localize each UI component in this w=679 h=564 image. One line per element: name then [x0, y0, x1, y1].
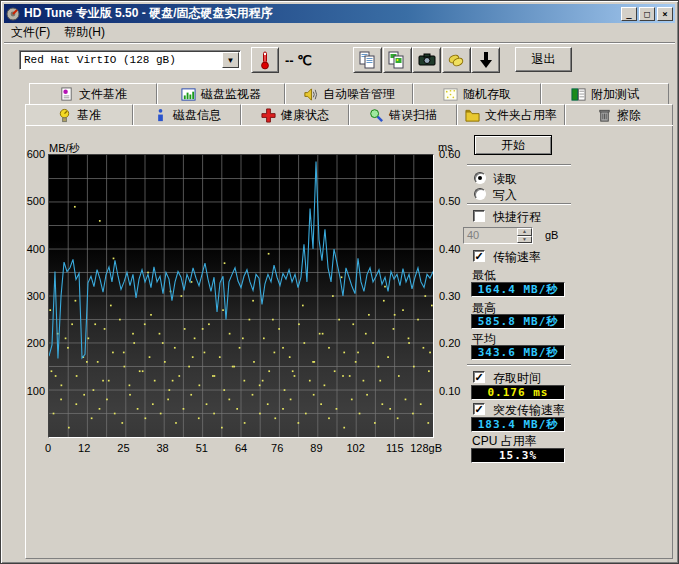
random-access-icon	[443, 87, 458, 102]
camera-icon	[417, 50, 437, 70]
erase-icon	[597, 108, 612, 123]
divider	[467, 164, 571, 166]
copy-text-button[interactable]	[353, 47, 382, 73]
chevron-down-icon[interactable]: ▼	[222, 52, 239, 68]
save-results-button[interactable]	[471, 47, 500, 73]
min-value: 164.4 MB/秒	[471, 282, 565, 297]
access-time-checkbox[interactable]: ✓	[473, 371, 485, 383]
tab-label: 错误扫描	[389, 107, 437, 124]
write-radio[interactable]	[474, 188, 486, 200]
start-button[interactable]: 开始	[474, 135, 552, 155]
screenshot-button[interactable]	[412, 47, 441, 73]
drive-select[interactable]: Red Hat VirtIO (128 gB) ▼	[19, 50, 241, 70]
tab-健康状态[interactable]: 健康状态	[241, 104, 349, 125]
y-left-tick: 300	[15, 290, 45, 302]
x-tick: 102	[334, 442, 378, 454]
y-left-tick: 500	[15, 195, 45, 207]
extra-tests-icon	[571, 87, 586, 102]
stepper-up-icon[interactable]: ▲	[517, 228, 532, 236]
tab-文件夹占用率[interactable]: 文件夹占用率	[457, 104, 565, 125]
tab-row-secondary: 文件基准磁盘监视器自动噪音管理随机存取附加测试	[29, 83, 669, 104]
disk-monitor-icon	[181, 87, 196, 102]
tab-擦除[interactable]: 擦除	[565, 104, 673, 125]
read-radio[interactable]	[474, 172, 486, 184]
stepper-down-icon[interactable]: ▼	[517, 236, 532, 244]
tab-label: 附加测试	[591, 86, 639, 103]
tab-row-primary: 基准磁盘信息健康状态错误扫描文件夹占用率擦除	[25, 104, 673, 126]
benchmark-chart	[48, 154, 434, 438]
temperature-button[interactable]	[251, 47, 279, 73]
file-benchmark-icon	[59, 87, 74, 102]
tab-随机存取[interactable]: 随机存取	[413, 83, 541, 104]
y-left-tick: 200	[15, 337, 45, 349]
menu-bar: 文件(F) 帮助(H)	[4, 23, 675, 43]
window-title: HD Tune 专业版 5.50 - 硬盘/固态硬盘实用程序	[24, 5, 619, 22]
y-right-tick: 0.40	[439, 243, 473, 255]
short-stroke-checkbox[interactable]	[473, 210, 485, 222]
disk-info-icon	[153, 108, 168, 123]
menu-help[interactable]: 帮助(H)	[57, 22, 112, 43]
drive-select-value: Red Hat VirtIO (128 gB)	[20, 54, 222, 66]
x-tick: 76	[255, 442, 299, 454]
minimize-button[interactable]: _	[621, 7, 637, 21]
y-right-tick: 0.20	[439, 337, 473, 349]
x-tick: 38	[141, 442, 185, 454]
tab-基准[interactable]: 基准	[25, 104, 133, 125]
donate-icon	[446, 50, 466, 70]
copy-image-icon	[387, 50, 407, 70]
transfer-rate-label: 传输速率	[493, 249, 541, 266]
benchmark-icon	[57, 108, 72, 123]
tab-label: 磁盘信息	[173, 107, 221, 124]
tab-label: 健康状态	[281, 107, 329, 124]
max-value: 585.8 MB/秒	[471, 314, 565, 329]
tab-label: 磁盘监视器	[201, 86, 261, 103]
tab-label: 文件夹占用率	[485, 107, 557, 124]
divider	[467, 203, 571, 205]
temperature-value: -- ℃	[285, 53, 312, 68]
tab-文件基准[interactable]: 文件基准	[29, 83, 157, 104]
cpu-usage-value: 15.3%	[471, 448, 565, 463]
aam-icon	[303, 87, 318, 102]
capacity-unit-label: gB	[545, 229, 558, 241]
read-radio-label: 读取	[493, 171, 517, 188]
tab-label: 自动噪音管理	[323, 86, 395, 103]
chart-canvas	[49, 155, 433, 437]
y-left-tick: 100	[15, 385, 45, 397]
tab-附加测试[interactable]: 附加测试	[541, 83, 669, 104]
transfer-rate-checkbox[interactable]: ✓	[473, 250, 485, 262]
capacity-value: 40	[464, 228, 517, 243]
access-time-value: 0.176 ms	[471, 385, 565, 400]
capacity-stepper[interactable]: 40 ▲ ▼	[463, 227, 533, 244]
maximize-button[interactable]: □	[639, 7, 655, 21]
tab-label: 文件基准	[79, 86, 127, 103]
x-tick: 12	[62, 442, 106, 454]
close-button[interactable]: ×	[657, 7, 673, 21]
write-radio-label: 写入	[493, 187, 517, 204]
tab-label: 基准	[77, 107, 101, 124]
save-icon	[476, 50, 496, 70]
y-right-tick: 0.10	[439, 385, 473, 397]
x-tick: 25	[101, 442, 145, 454]
folder-icon	[465, 108, 480, 123]
x-tick: 128gB	[398, 442, 442, 454]
y-left-tick: 400	[15, 243, 45, 255]
tab-错误扫描[interactable]: 错误扫描	[349, 104, 457, 125]
donate-button[interactable]	[442, 47, 471, 73]
tab-磁盘监视器[interactable]: 磁盘监视器	[157, 83, 285, 104]
tab-label: 擦除	[617, 107, 641, 124]
x-tick: 51	[180, 442, 224, 454]
avg-value: 343.6 MB/秒	[471, 345, 565, 360]
divider	[467, 364, 571, 366]
burst-rate-value: 183.4 MB/秒	[471, 417, 565, 432]
menu-file[interactable]: 文件(F)	[4, 22, 57, 43]
exit-button[interactable]: 退出	[515, 47, 572, 72]
title-bar: HD Tune 专业版 5.50 - 硬盘/固态硬盘实用程序 _ □ ×	[4, 4, 675, 23]
tab-磁盘信息[interactable]: 磁盘信息	[133, 104, 241, 125]
y-left-tick: 600	[15, 148, 45, 160]
tab-自动噪音管理[interactable]: 自动噪音管理	[285, 83, 413, 104]
copy-text-icon	[358, 50, 378, 70]
app-icon	[6, 7, 20, 21]
copy-image-button[interactable]	[383, 47, 412, 73]
burst-rate-checkbox[interactable]: ✓	[473, 403, 485, 415]
short-stroke-label: 快捷行程	[493, 209, 541, 226]
